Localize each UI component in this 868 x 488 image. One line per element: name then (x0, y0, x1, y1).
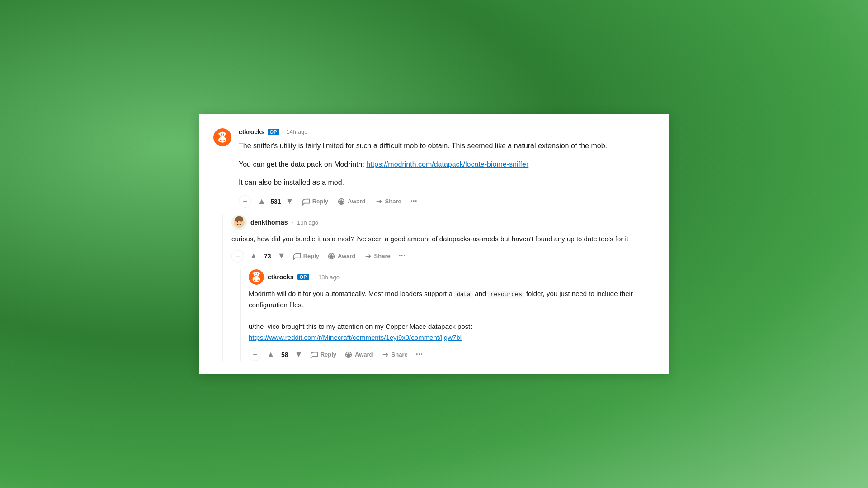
svg-point-23 (257, 273, 258, 274)
comment-card: ctkrocks OP · 14h ago The sniffer's util… (199, 114, 669, 375)
modrinth-link[interactable]: https://modrinth.com/datapack/locate-bio… (366, 160, 528, 168)
svg-point-17 (241, 222, 243, 224)
svg-point-4 (223, 133, 224, 135)
second-thread-col (231, 269, 249, 361)
reply1-reply-button[interactable]: Reply (289, 250, 323, 263)
code-data: data (454, 291, 473, 298)
reply1-action-bar: − ▲ 73 ▼ Reply (231, 249, 655, 263)
reply1-downvote[interactable]: ▼ (275, 249, 288, 263)
svg-rect-13 (235, 219, 243, 221)
reply1-vote-section: ▲ 73 ▼ (247, 249, 288, 263)
vote-count: 531 (270, 198, 281, 205)
svg-point-15 (241, 221, 242, 223)
top-comment-text: The sniffer's utility is fairly limited … (239, 140, 655, 188)
reply1-comment: denkthomas · 13h ago curious, how did yo… (231, 215, 655, 263)
reply2-op-badge: OP (297, 274, 309, 280)
reply2-award-button[interactable]: Award (341, 348, 377, 361)
reddit-link[interactable]: https://www.reddit.com/r/Minecraft/comme… (249, 333, 462, 341)
avatar-ctkrocks-small (249, 269, 264, 285)
svg-point-8 (223, 140, 225, 141)
reply1-text: curious, how did you bundle it as a mod?… (231, 234, 655, 244)
svg-point-16 (236, 222, 237, 224)
top-timestamp: 14h ago (286, 128, 307, 135)
dot-separator: · (282, 128, 284, 136)
svg-point-14 (237, 221, 238, 223)
thread-container-1: denkthomas · 13h ago curious, how did yo… (213, 215, 655, 361)
reply1-meta: denkthomas · 13h ago (231, 215, 655, 230)
top-comment-body: ctkrocks OP · 14h ago The sniffer's util… (239, 128, 655, 209)
reply2-timestamp: 13h ago (318, 274, 340, 281)
award-button[interactable]: Award (334, 195, 369, 208)
avatar-denkthomas (231, 215, 247, 230)
collapse-button[interactable]: − (239, 195, 251, 208)
svg-point-27 (257, 280, 259, 281)
top-action-bar: − ▲ 531 ▼ Reply Award (239, 194, 655, 208)
second-level-thread: ctkrocks OP · 13h ago Modrinth will do i… (231, 269, 655, 361)
second-thread-line[interactable] (240, 269, 241, 361)
reply1-username: denkthomas (250, 219, 288, 226)
reply2-comment: ctkrocks OP · 13h ago Modrinth will do i… (249, 269, 655, 361)
reply2-action-bar: − ▲ 58 ▼ Reply (249, 347, 655, 361)
thread-content-1: denkthomas · 13h ago curious, how did yo… (231, 215, 655, 361)
reply1-upvote[interactable]: ▲ (247, 249, 260, 263)
svg-point-3 (221, 133, 222, 135)
svg-point-1 (218, 137, 226, 143)
reply1-award-button[interactable]: Award (324, 250, 359, 263)
svg-point-7 (220, 140, 222, 141)
svg-point-2 (220, 131, 226, 137)
top-username: ctkrocks (239, 128, 265, 136)
reply2-content: ctkrocks OP · 13h ago Modrinth will do i… (249, 269, 655, 361)
reply1-vote-count: 73 (262, 253, 273, 260)
top-comment-meta: ctkrocks OP · 14h ago (239, 128, 655, 136)
thread-line-1[interactable] (222, 215, 223, 361)
op-badge: OP (268, 129, 279, 135)
top-comment: ctkrocks OP · 14h ago The sniffer's util… (213, 128, 655, 209)
reply-button[interactable]: Reply (298, 195, 332, 208)
svg-point-22 (255, 273, 255, 274)
reply2-reply-button[interactable]: Reply (307, 348, 340, 361)
upvote-button[interactable]: ▲ (255, 195, 269, 208)
reply2-downvote[interactable]: ▼ (292, 348, 306, 361)
collapse-button-reply1[interactable]: − (231, 250, 244, 263)
svg-point-20 (253, 277, 260, 282)
svg-point-26 (254, 280, 255, 281)
reply2-upvote[interactable]: ▲ (264, 348, 278, 361)
reply1-share-button[interactable]: Share (360, 250, 394, 263)
vote-section: ▲ 531 ▼ (255, 195, 297, 208)
code-resources: resources (488, 291, 524, 298)
reply2-share-button[interactable]: Share (377, 348, 411, 361)
reply2-text: Modrinth will do it for you automaticall… (249, 288, 655, 343)
more-options-button[interactable]: ··· (407, 194, 421, 208)
downvote-button[interactable]: ▼ (283, 195, 297, 208)
share-button[interactable]: Share (371, 195, 405, 208)
avatar-ctkrocks (213, 128, 231, 146)
reply2-username: ctkrocks (268, 273, 294, 281)
reply1-more-button[interactable]: ··· (395, 249, 409, 263)
thread-line-col-1 (213, 215, 231, 361)
svg-point-21 (254, 272, 259, 277)
reply2-meta: ctkrocks OP · 13h ago (249, 269, 655, 285)
reply2-vote-count: 58 (279, 351, 290, 358)
reply2-more-button[interactable]: ··· (412, 347, 426, 361)
reply2-vote-section: ▲ 58 ▼ (264, 348, 306, 361)
reply1-timestamp: 13h ago (297, 219, 318, 226)
collapse-button-reply2[interactable]: − (249, 348, 261, 361)
